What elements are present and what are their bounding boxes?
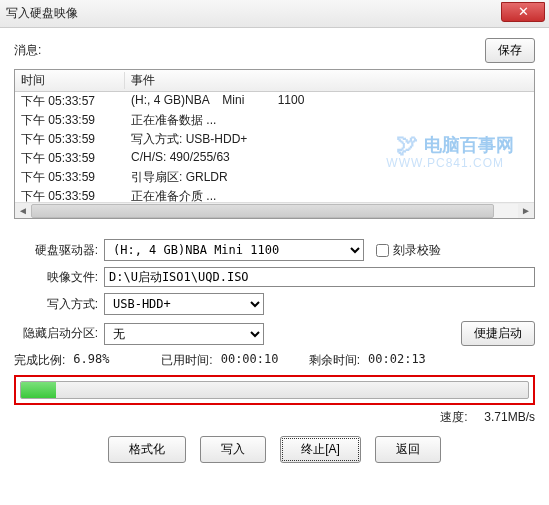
log-row[interactable]: 下午 05:33:59写入方式: USB-HDD+ <box>15 130 534 149</box>
log-listview[interactable]: 时间 事件 🕊 电脑百事网 WWW.PC841.COM 下午 05:33:57(… <box>14 69 535 219</box>
log-row[interactable]: 下午 05:33:59正在准备介质 ... <box>15 187 534 202</box>
progress-bar <box>20 381 529 399</box>
col-time[interactable]: 时间 <box>15 72 125 89</box>
close-button[interactable]: ✕ <box>501 2 545 22</box>
hidden-select[interactable]: 无 <box>104 323 264 345</box>
scroll-right-icon[interactable]: ► <box>518 205 534 216</box>
log-row[interactable]: 下午 05:33:57(H:, 4 GB)NBA Mini 1100 <box>15 92 534 111</box>
speed-value: 3.71MB/s <box>484 410 535 424</box>
back-button[interactable]: 返回 <box>375 436 441 463</box>
hidden-row: 隐藏启动分区: 无 便捷启动 <box>14 321 535 346</box>
mode-row: 写入方式: USB-HDD+ <box>14 293 535 315</box>
mode-select[interactable]: USB-HDD+ <box>104 293 264 315</box>
verify-checkbox-wrap[interactable]: 刻录校验 <box>376 242 441 259</box>
portable-boot-button[interactable]: 便捷启动 <box>461 321 535 346</box>
elapsed-value: 00:00:10 <box>221 352 301 369</box>
image-path-input[interactable] <box>104 267 535 287</box>
format-button[interactable]: 格式化 <box>108 436 186 463</box>
messages-label: 消息: <box>14 42 485 59</box>
save-button[interactable]: 保存 <box>485 38 535 63</box>
remain-value: 00:02:13 <box>368 352 426 369</box>
progress-fill <box>21 382 56 398</box>
messages-header-row: 消息: 保存 <box>14 38 535 63</box>
col-event[interactable]: 事件 <box>125 72 534 89</box>
log-row[interactable]: 下午 05:33:59正在准备数据 ... <box>15 111 534 130</box>
drive-row: 硬盘驱动器: (H:, 4 GB)NBA Mini 1100 刻录校验 <box>14 239 535 261</box>
drive-select[interactable]: (H:, 4 GB)NBA Mini 1100 <box>104 239 364 261</box>
verify-label: 刻录校验 <box>393 242 441 259</box>
log-row[interactable]: 下午 05:33:59引导扇区: GRLDR <box>15 168 534 187</box>
verify-checkbox[interactable] <box>376 244 389 257</box>
speed-label: 速度: <box>440 410 467 424</box>
remain-label: 剩余时间: <box>309 352 360 369</box>
image-label: 映像文件: <box>14 269 104 286</box>
dialog-content: 消息: 保存 时间 事件 🕊 电脑百事网 WWW.PC841.COM 下午 05… <box>0 28 549 473</box>
title-bar: 写入硬盘映像 ✕ <box>0 0 549 28</box>
horizontal-scrollbar[interactable]: ◄ ► <box>15 202 534 218</box>
hidden-label: 隐藏启动分区: <box>14 325 104 342</box>
scroll-left-icon[interactable]: ◄ <box>15 205 31 216</box>
stats-row: 完成比例: 6.98% 已用时间: 00:00:10 剩余时间: 00:02:1… <box>14 352 535 369</box>
mode-label: 写入方式: <box>14 296 104 313</box>
drive-label: 硬盘驱动器: <box>14 242 104 259</box>
write-button[interactable]: 写入 <box>200 436 266 463</box>
progress-highlight-frame <box>14 375 535 405</box>
percent-value: 6.98% <box>73 352 153 369</box>
window-title: 写入硬盘映像 <box>6 5 78 22</box>
percent-label: 完成比例: <box>14 352 65 369</box>
elapsed-label: 已用时间: <box>161 352 212 369</box>
log-header: 时间 事件 <box>15 70 534 92</box>
image-row: 映像文件: <box>14 267 535 287</box>
abort-button[interactable]: 终止[A] <box>280 436 361 463</box>
scroll-thumb[interactable] <box>31 204 494 218</box>
button-row: 格式化 写入 终止[A] 返回 <box>14 436 535 463</box>
log-row[interactable]: 下午 05:33:59C/H/S: 490/255/63 <box>15 149 534 168</box>
speed-row: 速度: 3.71MB/s <box>14 409 535 426</box>
log-body: 🕊 电脑百事网 WWW.PC841.COM 下午 05:33:57(H:, 4 … <box>15 92 534 202</box>
scroll-track[interactable] <box>31 204 518 218</box>
